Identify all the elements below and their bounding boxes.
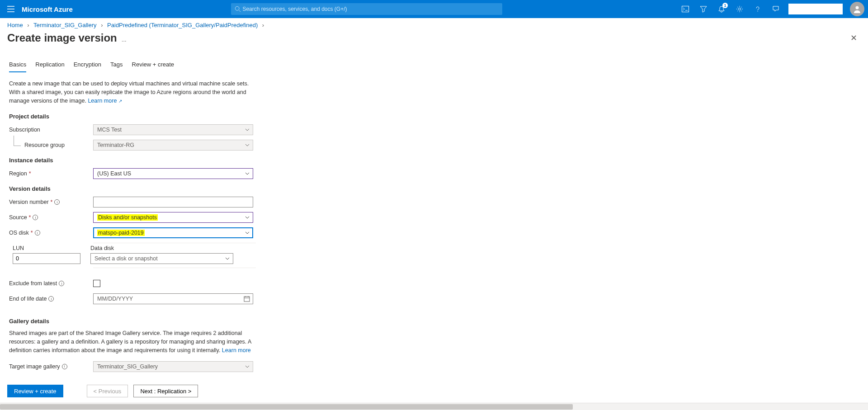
review-create-button[interactable]: Review + create [7, 385, 63, 397]
chevron-right-icon: › [262, 22, 264, 28]
data-disk-header: Data disk [90, 245, 233, 251]
search-icon [235, 6, 241, 12]
chevron-down-icon [245, 142, 250, 148]
notification-badge: 1 [722, 3, 728, 8]
section-version-heading: Version details [9, 185, 253, 192]
source-label: Source* i [9, 214, 93, 221]
source-dropdown[interactable]: Disks and/or snapshots [93, 212, 253, 223]
chevron-down-icon [225, 256, 230, 261]
tab-replication[interactable]: Replication [35, 58, 64, 72]
info-icon[interactable]: i [33, 215, 38, 220]
subscription-label: Subscription [9, 127, 93, 133]
feedback-icon[interactable] [767, 0, 785, 18]
gallery-desc: Shared images are part of the Shared Ima… [9, 329, 253, 354]
target-gallery-dropdown[interactable]: Terminator_SIG_Gallery [93, 361, 253, 372]
scrollbar-thumb[interactable] [0, 404, 573, 410]
directory-filter-icon[interactable] [694, 0, 712, 18]
info-icon[interactable]: i [54, 199, 60, 205]
cloud-shell-icon[interactable] [676, 0, 694, 18]
crumb-home[interactable]: Home [7, 22, 23, 28]
help-icon[interactable] [749, 0, 767, 18]
end-of-life-label: End of life date i [9, 296, 93, 302]
crumb-definition[interactable]: PaidPredefined (Terminator_SIG_Gallery/P… [107, 22, 258, 28]
tab-tags[interactable]: Tags [110, 58, 123, 72]
account-search[interactable] [788, 4, 843, 14]
info-icon[interactable]: i [62, 364, 67, 369]
form-body: Create a new image that can be used to d… [0, 72, 262, 410]
settings-gear-icon[interactable] [731, 0, 749, 18]
end-of-life-text[interactable] [97, 296, 249, 302]
chevron-down-icon [245, 230, 250, 236]
intro-text: Create a new image that can be used to d… [9, 80, 253, 105]
svg-rect-4 [244, 297, 250, 302]
lun-header: LUN [13, 245, 90, 251]
info-icon[interactable]: i [35, 230, 40, 236]
tab-basics[interactable]: Basics [9, 58, 26, 72]
divider [93, 243, 256, 243]
version-number-input[interactable] [93, 197, 253, 207]
os-disk-label: OS disk* i [9, 230, 93, 236]
section-instance-heading: Instance details [9, 157, 253, 164]
svg-rect-1 [682, 6, 689, 12]
exclude-from-latest-label: Exclude from latest i [9, 280, 93, 287]
divider [93, 268, 256, 268]
exclude-from-latest-checkbox[interactable] [93, 280, 100, 287]
info-icon[interactable]: i [59, 281, 64, 286]
target-gallery-label: Target image gallery i [9, 363, 93, 370]
learn-more-link[interactable]: Learn more ↗ [88, 98, 122, 104]
svg-point-0 [235, 6, 239, 10]
subscription-dropdown[interactable]: MCS Test [93, 124, 253, 135]
resource-group-label: Resource group [9, 142, 93, 148]
wizard-tabs: Basics Replication Encryption Tags Revie… [0, 58, 868, 72]
info-icon[interactable]: i [48, 296, 54, 302]
data-disk-dropdown[interactable]: Select a disk or snapshot [90, 253, 233, 264]
notifications-icon[interactable]: 1 [712, 0, 731, 18]
page-title: Create image version [7, 32, 117, 44]
tab-review[interactable]: Review + create [132, 58, 175, 72]
section-project-heading: Project details [9, 113, 253, 120]
more-actions-icon[interactable]: ... [122, 36, 127, 43]
azure-topbar: Microsoft Azure 1 [0, 0, 868, 18]
external-link-icon: ↗ [118, 99, 122, 104]
version-number-label: Version number* i [9, 199, 93, 205]
chevron-down-icon [245, 171, 250, 176]
section-gallery-heading: Gallery details [9, 318, 253, 325]
os-disk-dropdown[interactable]: matspo-paid-2019 [93, 227, 253, 238]
tab-encryption[interactable]: Encryption [74, 58, 101, 72]
calendar-icon[interactable] [244, 296, 250, 302]
chevron-right-icon: › [27, 22, 29, 28]
lun-input[interactable] [13, 253, 80, 264]
svg-point-3 [856, 6, 859, 9]
resource-group-dropdown[interactable]: Terminator-RG [93, 140, 253, 151]
region-label: Region* [9, 170, 93, 177]
gallery-learn-more-link[interactable]: Learn more [222, 347, 251, 353]
chevron-down-icon [245, 364, 250, 369]
chevron-right-icon: › [101, 22, 103, 28]
close-blade-icon[interactable]: ✕ [847, 29, 861, 47]
svg-point-2 [739, 8, 741, 10]
wizard-footer: Review + create < Previous Next : Replic… [0, 380, 868, 402]
global-search[interactable] [231, 3, 502, 15]
horizontal-scrollbar[interactable] [0, 403, 868, 410]
user-avatar[interactable] [850, 2, 864, 16]
end-of-life-input[interactable] [93, 293, 253, 304]
crumb-gallery[interactable]: Terminator_SIG_Gallery [33, 22, 96, 28]
region-dropdown[interactable]: (US) East US [93, 168, 253, 179]
breadcrumb: Home › Terminator_SIG_Gallery › PaidPred… [0, 18, 868, 29]
brand-label[interactable]: Microsoft Azure [22, 5, 77, 13]
hamburger-menu-icon[interactable] [0, 6, 22, 12]
chevron-down-icon [245, 215, 250, 220]
previous-button[interactable]: < Previous [87, 385, 128, 397]
chevron-down-icon [245, 127, 250, 132]
next-button[interactable]: Next : Replication > [133, 385, 198, 397]
global-search-input[interactable] [242, 6, 498, 12]
